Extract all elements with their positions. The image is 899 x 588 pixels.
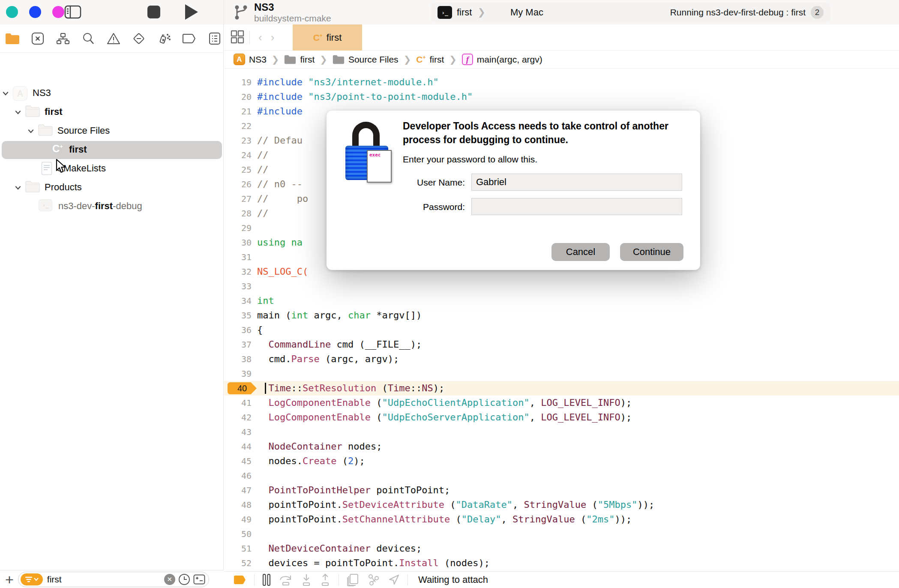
- line-number[interactable]: 43: [224, 425, 252, 439]
- code-line-44[interactable]: 44 NodeContainer nodes;: [224, 439, 899, 454]
- code-line-47[interactable]: 47 PointToPointHelper pointToPoint;: [224, 483, 899, 498]
- line-number[interactable]: 42: [224, 410, 252, 425]
- sidebar-toggle-icon[interactable]: [64, 5, 81, 19]
- line-number[interactable]: 25: [224, 162, 252, 177]
- line-number[interactable]: 28: [224, 206, 252, 221]
- sidebar-item-ns3-dev-first-debug[interactable]: ›_ns3-dev-first-debug: [0, 197, 224, 216]
- line-number[interactable]: 38: [224, 352, 252, 366]
- code-line-33[interactable]: 33: [224, 279, 899, 294]
- code-line-38[interactable]: 38 cmd.Parse (argc, argv);: [224, 352, 899, 366]
- code-line-36[interactable]: 36{: [224, 323, 899, 337]
- code-line-52[interactable]: 52 devices = pointToPoint.Install (nodes…: [224, 556, 899, 570]
- code-line-41[interactable]: 41 LogComponentEnable ("UdpEchoClientApp…: [224, 396, 899, 410]
- line-number[interactable]: 32: [224, 264, 252, 279]
- username-field[interactable]: [471, 174, 682, 191]
- line-number[interactable]: 30: [224, 235, 252, 250]
- run-button[interactable]: [185, 4, 198, 20]
- line-number[interactable]: 34: [224, 294, 252, 308]
- code-line-49[interactable]: 49 pointToPoint.SetChannelAttribute ("De…: [224, 512, 899, 527]
- line-number[interactable]: 48: [224, 498, 252, 512]
- symbol-navigator-icon[interactable]: [54, 30, 72, 47]
- continue-button[interactable]: Continue: [620, 243, 683, 261]
- jumpbar-item-main-argc-argv-[interactable]: fmain(argc, argv): [462, 54, 542, 65]
- jumpbar-item-first[interactable]: C+first: [416, 54, 444, 65]
- line-number[interactable]: 39: [224, 366, 252, 381]
- line-number[interactable]: 22: [224, 119, 252, 133]
- line-number[interactable]: 41: [224, 396, 252, 410]
- pause-icon[interactable]: [262, 574, 271, 586]
- sidebar-item-first[interactable]: first: [0, 103, 224, 122]
- tab-first[interactable]: C+ first: [293, 24, 362, 51]
- line-number[interactable]: 21: [224, 104, 252, 119]
- recents-clock-icon[interactable]: [178, 573, 190, 585]
- sidebar-item-products[interactable]: Products: [0, 178, 224, 197]
- breakpoint-navigator-icon[interactable]: [180, 30, 198, 47]
- line-number[interactable]: 27: [224, 192, 252, 206]
- jumpbar-item-first[interactable]: first: [284, 54, 315, 65]
- line-number[interactable]: 20: [224, 90, 252, 104]
- filter-scope-button[interactable]: [21, 573, 43, 585]
- scheme-selector[interactable]: ›_ first ❯ My Mac: [438, 6, 543, 19]
- code-line-34[interactable]: 34int: [224, 294, 899, 308]
- zoom-window-button[interactable]: [52, 6, 64, 18]
- code-line-46[interactable]: 46: [224, 468, 899, 483]
- flagged-icon[interactable]: [193, 574, 205, 585]
- breakpoints-toggle-icon[interactable]: [234, 575, 246, 585]
- filter-input[interactable]: first: [47, 574, 62, 585]
- clear-icon[interactable]: ✕: [164, 574, 175, 585]
- code-line-50[interactable]: 50: [224, 527, 899, 541]
- sidebar-item-first[interactable]: C+first: [0, 141, 224, 159]
- code-line-20[interactable]: 20#include "ns3/point-to-point-module.h": [224, 90, 899, 104]
- line-number[interactable]: 46: [224, 468, 252, 483]
- filter-field[interactable]: first ✕: [18, 572, 209, 587]
- sidebar-item-source-files[interactable]: Source Files: [0, 122, 224, 141]
- line-number[interactable]: 47: [224, 483, 252, 498]
- breakpoint-marker[interactable]: 40: [228, 382, 257, 394]
- code-line-43[interactable]: 43: [224, 425, 899, 439]
- back-chevron-icon[interactable]: ‹: [258, 31, 262, 44]
- add-button[interactable]: +: [5, 573, 14, 586]
- line-number[interactable]: 35: [224, 308, 252, 323]
- line-number[interactable]: 23: [224, 133, 252, 148]
- project-navigator-icon[interactable]: [3, 30, 22, 47]
- line-number[interactable]: 26: [224, 177, 252, 192]
- close-window-button[interactable]: [6, 6, 18, 18]
- test-navigator-icon[interactable]: [129, 30, 148, 47]
- code-line-37[interactable]: 37 CommandLine cmd (__FILE__);: [224, 337, 899, 352]
- code-line-45[interactable]: 45 nodes.Create (2);: [224, 454, 899, 468]
- line-number[interactable]: 45: [224, 454, 252, 468]
- issue-navigator-icon[interactable]: [105, 30, 123, 47]
- scheme-name[interactable]: first: [457, 7, 472, 18]
- stop-button[interactable]: [147, 6, 160, 18]
- code-line-51[interactable]: 51 NetDeviceContainer devices;: [224, 541, 899, 556]
- sidebar-item-cmakelists[interactable]: CMakeLists: [0, 159, 224, 178]
- sidebar-item-ns3[interactable]: ANS3: [0, 84, 224, 103]
- code-line-19[interactable]: 19#include "ns3/internet-module.h": [224, 75, 899, 90]
- status-badge[interactable]: 2: [811, 6, 824, 19]
- code-line-48[interactable]: 48 pointToPoint.SetDeviceAttribute ("Dat…: [224, 498, 899, 512]
- cancel-button[interactable]: Cancel: [551, 243, 610, 261]
- tab-overview-icon[interactable]: [231, 30, 245, 45]
- code-line-39[interactable]: 39: [224, 366, 899, 381]
- code-line-42[interactable]: 42 LogComponentEnable ("UdpEchoServerApp…: [224, 410, 899, 425]
- line-number[interactable]: 51: [224, 541, 252, 556]
- line-number[interactable]: 44: [224, 439, 252, 454]
- line-number[interactable]: 50: [224, 527, 252, 541]
- jumpbar-item-ns3[interactable]: ANS3: [234, 54, 267, 65]
- forward-chevron-icon[interactable]: ›: [271, 31, 275, 44]
- line-number[interactable]: 29: [224, 221, 252, 235]
- line-number[interactable]: 37: [224, 337, 252, 352]
- jumpbar-item-source-files[interactable]: Source Files: [333, 54, 399, 65]
- code-line-35[interactable]: 35main (int argc, char *argv[]): [224, 308, 899, 323]
- line-number[interactable]: 36: [224, 323, 252, 337]
- line-number[interactable]: 33: [224, 279, 252, 294]
- line-number[interactable]: 31: [224, 250, 252, 264]
- report-navigator-icon[interactable]: [205, 30, 224, 47]
- find-navigator-icon[interactable]: [79, 30, 98, 47]
- line-number[interactable]: 19: [224, 75, 252, 90]
- code-line-40[interactable]: 40 Time::SetResolution (Time::NS);: [224, 381, 899, 396]
- source-control-navigator-icon[interactable]: [29, 30, 47, 47]
- password-field[interactable]: [471, 198, 682, 215]
- line-number[interactable]: 49: [224, 512, 252, 527]
- line-number[interactable]: 24: [224, 148, 252, 162]
